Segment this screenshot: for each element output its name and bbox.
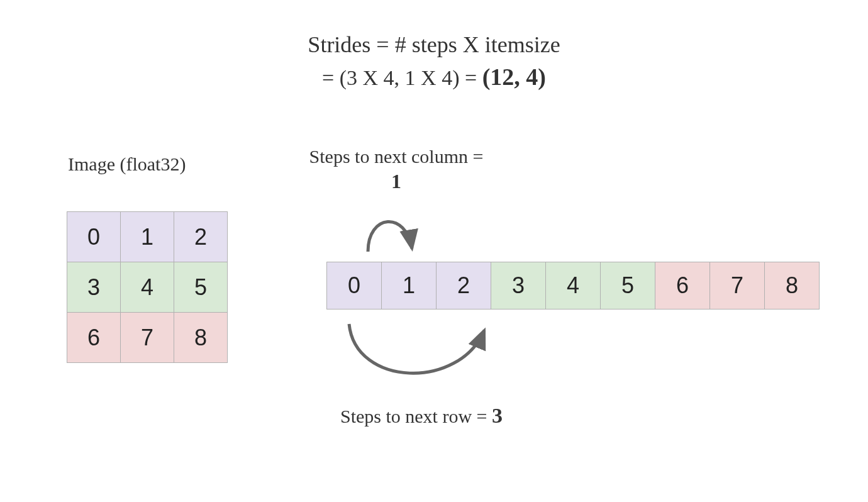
image-matrix: 0 1 2 3 4 5 6 7 8 (67, 211, 228, 363)
matrix-cell: 2 (174, 212, 228, 262)
matrix-cell: 8 (174, 313, 228, 363)
image-label: Image (float32) (68, 153, 186, 175)
matrix-cell: 4 (121, 262, 174, 313)
flat-cell: 0 (327, 262, 382, 310)
steps-to-next-row-label: Steps to next row = 3 (333, 403, 509, 430)
steps-row-value: 3 (492, 404, 503, 427)
title-line-2-prefix: = (3 X 4, 1 X 4) = (322, 66, 482, 89)
steps-col-value: 1 (391, 170, 401, 192)
title-line-2-result: (12, 4) (482, 64, 546, 90)
title-line-1: Strides = # steps X itemsize (0, 31, 868, 58)
matrix-cell: 5 (174, 262, 228, 313)
flat-cell: 7 (710, 262, 765, 310)
title-line-2: = (3 X 4, 1 X 4) = (12, 4) (0, 63, 868, 91)
arrow-row-step-icon (333, 315, 497, 396)
flat-cell: 2 (437, 262, 491, 310)
matrix-cell: 0 (67, 212, 121, 262)
diagram-canvas: Strides = # steps X itemsize = (3 X 4, 1… (0, 0, 868, 502)
matrix-cell: 7 (121, 313, 174, 363)
flat-cell: 6 (655, 262, 710, 310)
matrix-cell: 3 (67, 262, 121, 313)
arrow-column-step-icon (352, 201, 428, 258)
steps-to-next-column-label: Steps to next column = 1 (308, 145, 484, 194)
flat-cell: 5 (601, 262, 655, 310)
flat-memory-array: 0 1 2 3 4 5 6 7 8 (326, 262, 820, 310)
matrix-cell: 1 (121, 212, 174, 262)
flat-cell: 3 (491, 262, 546, 310)
flat-cell: 8 (765, 262, 820, 310)
matrix-cell: 6 (67, 313, 121, 363)
flat-cell: 1 (382, 262, 437, 310)
steps-row-text: Steps to next row = (340, 406, 492, 427)
flat-cell: 4 (546, 262, 601, 310)
steps-col-text: Steps to next column = (309, 146, 484, 167)
